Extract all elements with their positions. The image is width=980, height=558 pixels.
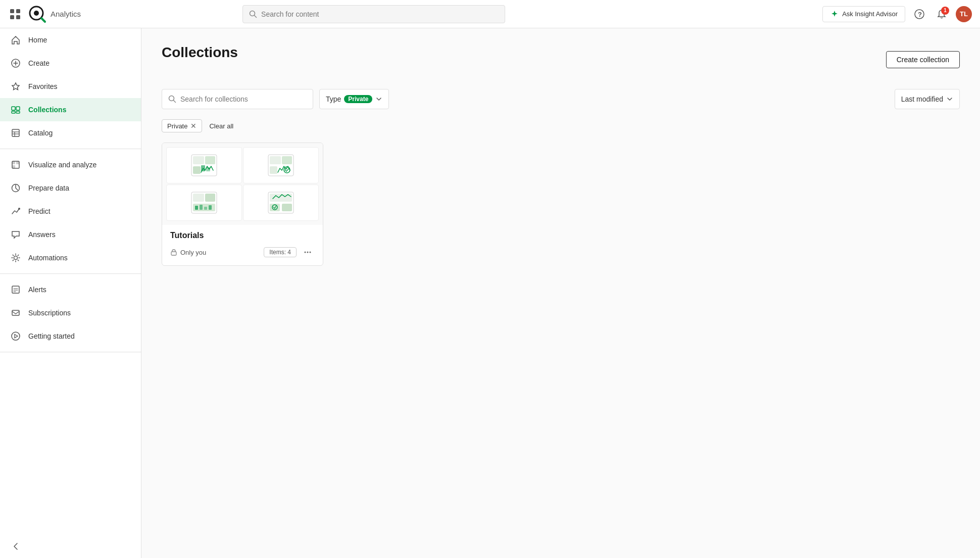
svg-rect-29 — [12, 286, 19, 293]
sidebar-label-visualize: Visualize and analyze — [28, 161, 96, 169]
sidebar: Home Create Favorites — [0, 28, 141, 558]
svg-rect-54 — [204, 207, 207, 210]
type-filter-label: Type — [326, 95, 341, 103]
svg-rect-59 — [282, 204, 292, 211]
sidebar-item-subscriptions[interactable]: Subscriptions — [0, 301, 141, 324]
card-title: Tutorials — [170, 231, 315, 240]
svg-rect-45 — [282, 156, 292, 164]
nav-divider-2 — [0, 273, 141, 274]
global-search-bar[interactable] — [242, 5, 505, 23]
sidebar-item-predict[interactable]: Predict — [0, 200, 141, 223]
search-collections-container[interactable] — [162, 89, 313, 109]
layout: Home Create Favorites — [0, 28, 980, 558]
lock-icon — [170, 249, 177, 256]
svg-rect-14 — [12, 107, 15, 110]
collection-card-tutorials[interactable]: Tutorials Only you Items: 4 — [162, 143, 323, 266]
more-options-button[interactable] — [301, 245, 315, 259]
main-content: Collections Create collection Type Priva… — [141, 28, 980, 558]
type-filter-badge: Private — [344, 95, 372, 103]
global-search-input[interactable] — [261, 10, 499, 18]
card-thumb-4 — [243, 184, 319, 221]
home-icon — [10, 34, 21, 45]
last-modified-chevron-icon — [946, 96, 953, 103]
sidebar-item-catalog[interactable]: Catalog — [0, 121, 141, 145]
nav-divider-3 — [0, 352, 141, 352]
card-thumb-1 — [166, 147, 242, 183]
sidebar-item-create[interactable]: Create — [0, 52, 141, 75]
filter-tag-private[interactable]: Private ✕ — [162, 119, 202, 132]
filter-tag-remove-icon[interactable]: ✕ — [190, 122, 197, 130]
svg-rect-2 — [10, 15, 14, 19]
sidebar-item-visualize[interactable]: Visualize and analyze — [0, 153, 141, 176]
svg-rect-55 — [209, 205, 212, 210]
svg-rect-39 — [205, 156, 215, 164]
sidebar-item-favorites[interactable]: Favorites — [0, 75, 141, 98]
svg-line-8 — [255, 15, 257, 17]
sidebar-item-automations[interactable]: Automations — [0, 246, 141, 269]
subscriptions-icon — [10, 307, 21, 318]
card-thumbnails — [162, 143, 323, 225]
filter-tag-private-label: Private — [167, 122, 187, 130]
svg-rect-61 — [171, 252, 176, 255]
card-footer: Only you Items: 4 — [170, 245, 315, 259]
insight-advisor-button[interactable]: Ask Insight Advisor — [822, 6, 905, 22]
search-collections-input[interactable] — [180, 95, 307, 103]
sidebar-item-collections[interactable]: Collections — [0, 98, 141, 121]
sidebar-label-favorites: Favorites — [28, 82, 58, 90]
search-collections-icon — [168, 95, 176, 103]
filter-tags-row: Private ✕ Clear all — [162, 119, 960, 132]
svg-rect-25 — [12, 165, 15, 168]
sidebar-item-answers[interactable]: Answers — [0, 223, 141, 246]
qlik-logo[interactable]: Analytics — [28, 5, 81, 23]
svg-rect-40 — [193, 166, 201, 174]
svg-rect-23 — [12, 161, 15, 164]
type-filter-button[interactable]: Type Private — [319, 89, 389, 109]
card-body: Tutorials Only you Items: 4 — [162, 225, 323, 265]
svg-point-64 — [310, 252, 311, 253]
create-collection-button[interactable]: Create collection — [886, 51, 960, 68]
insight-advisor-label: Ask Insight Advisor — [842, 10, 898, 18]
svg-rect-44 — [270, 156, 281, 164]
svg-rect-49 — [193, 194, 204, 202]
collections-icon — [10, 104, 21, 115]
sidebar-label-alerts: Alerts — [28, 286, 46, 294]
svg-rect-24 — [16, 161, 19, 164]
sidebar-item-alerts[interactable]: Alerts — [0, 278, 141, 301]
apps-icon[interactable] — [8, 7, 22, 21]
svg-rect-17 — [16, 111, 20, 113]
sidebar-item-home[interactable]: Home — [0, 28, 141, 52]
card-thumb-2 — [243, 147, 319, 183]
sidebar-label-catalog: Catalog — [28, 129, 53, 137]
svg-point-62 — [305, 252, 306, 253]
svg-rect-16 — [12, 111, 15, 113]
notifications-button[interactable]: 1 — [934, 6, 950, 22]
clear-all-button[interactable]: Clear all — [206, 120, 236, 132]
svg-rect-38 — [193, 156, 204, 164]
help-icon: ? — [914, 9, 924, 19]
sidebar-collapse[interactable] — [0, 535, 141, 558]
svg-text:?: ? — [918, 11, 922, 18]
help-button[interactable]: ? — [911, 6, 927, 22]
sidebar-item-prepare[interactable]: Prepare data — [0, 176, 141, 200]
svg-rect-46 — [270, 166, 277, 174]
last-modified-button[interactable]: Last modified — [895, 89, 960, 109]
insight-icon — [830, 10, 839, 19]
ellipsis-icon — [303, 248, 312, 257]
sidebar-label-create: Create — [28, 59, 50, 67]
svg-rect-52 — [195, 206, 198, 210]
catalog-icon — [10, 127, 21, 138]
card-right: Items: 4 — [264, 245, 315, 259]
user-avatar[interactable]: TL — [956, 6, 972, 22]
sidebar-label-answers: Answers — [28, 230, 56, 239]
card-owner-label: Only you — [180, 249, 206, 256]
svg-rect-3 — [16, 15, 20, 19]
svg-rect-0 — [10, 9, 14, 13]
page-title: Collections — [162, 44, 238, 61]
topbar: Analytics Ask Insight Advisor ? — [0, 0, 980, 28]
svg-point-27 — [18, 208, 20, 210]
answers-icon — [10, 229, 21, 240]
sidebar-label-collections: Collections — [28, 106, 66, 114]
svg-rect-51 — [205, 194, 215, 202]
sidebar-item-getting-started[interactable]: Getting started — [0, 324, 141, 348]
svg-rect-41 — [201, 165, 205, 171]
